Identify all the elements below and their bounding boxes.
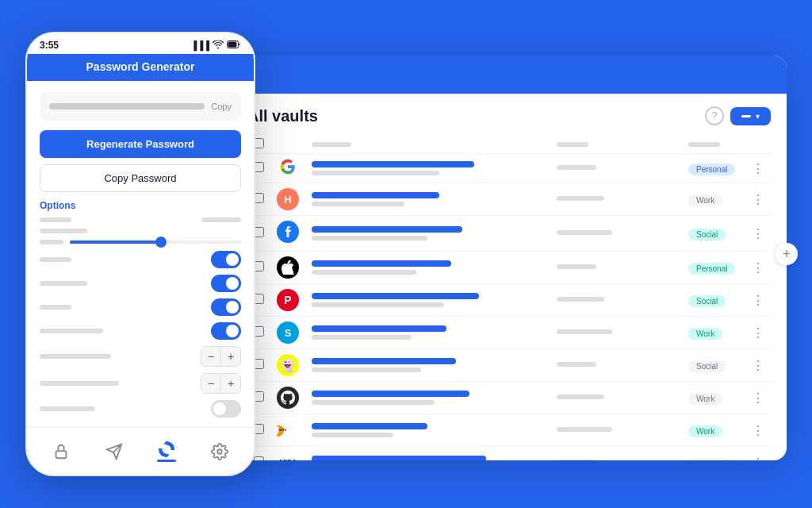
slider-thumb[interactable] <box>155 237 167 248</box>
col-tag <box>682 135 745 154</box>
tag-cell: Social <box>682 349 745 382</box>
tag-pill: Personal <box>688 164 735 175</box>
tag-pill: Social <box>688 360 726 372</box>
svg-point-5 <box>217 449 222 454</box>
scene: All vaults ? ▾ <box>25 32 787 476</box>
table-row: P Social ⋮ <box>247 284 771 317</box>
toggle-label-1 <box>40 257 71 262</box>
phone-bottom-nav <box>27 427 254 475</box>
nav-active-indicator <box>157 460 176 462</box>
stepper-1-decrement[interactable]: − <box>201 347 220 366</box>
toggle-label-2 <box>40 281 87 286</box>
name-sub <box>312 202 404 206</box>
length-slider-track[interactable] <box>70 241 241 244</box>
option-row-2 <box>40 229 241 233</box>
vault-filter-button[interactable]: ▾ <box>730 107 771 125</box>
nav-send-button[interactable] <box>100 437 128 466</box>
service-icon-cell <box>270 154 305 183</box>
password-bar <box>49 103 205 110</box>
stepper-2-decrement[interactable]: − <box>201 374 220 393</box>
col-username <box>550 135 682 154</box>
lock-icon <box>52 443 70 460</box>
toggle-row-1 <box>40 251 241 268</box>
toggle-1[interactable] <box>211 251 241 268</box>
service-name-cell <box>305 252 550 284</box>
stepper-2: − + <box>201 373 241 394</box>
desktop-panel: All vaults ? ▾ <box>232 56 787 460</box>
chevron-down-icon: ▾ <box>756 112 760 121</box>
table-row: Personal ⋮ <box>247 252 771 284</box>
service-name-cell <box>305 447 550 461</box>
row-actions-cell[interactable]: ⋮ <box>745 154 771 183</box>
nav-settings-button[interactable] <box>205 437 234 466</box>
service-icon-cell: aws <box>270 414 305 447</box>
table-row: VISA Finance ⋮ <box>247 447 771 461</box>
slider-fill <box>70 241 164 244</box>
tag-pill: Work <box>688 328 722 340</box>
stepper-row-1: − + <box>40 346 241 367</box>
username-cell <box>550 252 682 284</box>
name-sub <box>312 270 416 275</box>
send-icon <box>105 443 123 460</box>
tag-cell: Work <box>682 317 745 349</box>
table-header-row <box>247 135 771 154</box>
add-vault-button[interactable]: + <box>776 243 798 265</box>
service-icon-cell: 👻 <box>270 349 305 382</box>
row-actions-cell[interactable]: ⋮ <box>745 349 771 382</box>
copy-password-button[interactable]: Copy Password <box>40 164 241 192</box>
tag-pill: Work <box>688 393 722 405</box>
status-bar: 3:55 ▐▐▐ <box>27 33 254 54</box>
tag-pill: Work <box>688 425 722 437</box>
name-bar <box>312 358 456 364</box>
svg-text:aws: aws <box>278 427 286 432</box>
help-icon[interactable]: ? <box>705 106 724 125</box>
regenerate-password-button[interactable]: Regenerate Password <box>40 130 241 158</box>
service-name-cell <box>305 183 550 216</box>
table-row: H Work ⋮ <box>247 183 771 216</box>
col-icon <box>270 135 305 154</box>
username-cell <box>550 154 682 183</box>
row-actions-cell[interactable]: ⋮ <box>745 252 771 284</box>
row-actions-cell[interactable]: ⋮ <box>745 183 771 216</box>
row-actions-cell[interactable]: ⋮ <box>745 284 771 317</box>
name-bar <box>312 226 462 233</box>
stepper-1-increment[interactable]: + <box>221 347 240 366</box>
options-label: Options <box>40 200 241 211</box>
stepper-2-increment[interactable]: + <box>221 374 240 393</box>
nav-lock-button[interactable] <box>47 437 75 466</box>
row-checkbox-9[interactable] <box>254 456 264 460</box>
vault-title-row: All vaults ? ▾ <box>247 106 771 125</box>
toggle-row-2 <box>40 275 241 292</box>
table-row: aws Work ⋮ <box>247 414 771 447</box>
row-actions-cell[interactable]: ⋮ <box>745 447 771 461</box>
toggle-row-5 <box>40 400 241 418</box>
nav-sync-button[interactable] <box>152 437 181 466</box>
toggle-label-4 <box>40 329 103 333</box>
toggle-2[interactable] <box>211 275 241 292</box>
slider-label <box>40 240 63 244</box>
password-display-area: Copy <box>40 92 241 121</box>
sync-icon <box>158 441 175 458</box>
row-actions-cell[interactable]: ⋮ <box>745 414 771 447</box>
desktop-header <box>232 56 787 94</box>
toggle-4[interactable] <box>211 322 241 340</box>
tag-cell: Social <box>682 216 745 252</box>
name-sub <box>312 302 444 307</box>
service-icon-cell: H <box>270 183 305 216</box>
row-actions-cell[interactable]: ⋮ <box>745 382 771 414</box>
option-label-2 <box>40 229 87 233</box>
row-actions-cell[interactable]: ⋮ <box>745 317 771 349</box>
name-sub <box>312 368 421 372</box>
table-row: Work ⋮ <box>247 382 771 414</box>
service-icon-cell <box>270 216 305 252</box>
col-name <box>305 135 550 154</box>
row-actions-cell[interactable]: ⋮ <box>745 216 771 252</box>
service-name-cell <box>305 216 550 252</box>
toggle-5[interactable] <box>211 400 241 418</box>
username-cell <box>550 349 682 382</box>
tag-pill: Social <box>688 295 726 307</box>
stepper-row-2: − + <box>40 373 241 394</box>
tag-cell: Personal <box>682 252 745 284</box>
toggle-3[interactable] <box>211 298 241 316</box>
phone-header-title: Password Generator <box>86 60 195 73</box>
